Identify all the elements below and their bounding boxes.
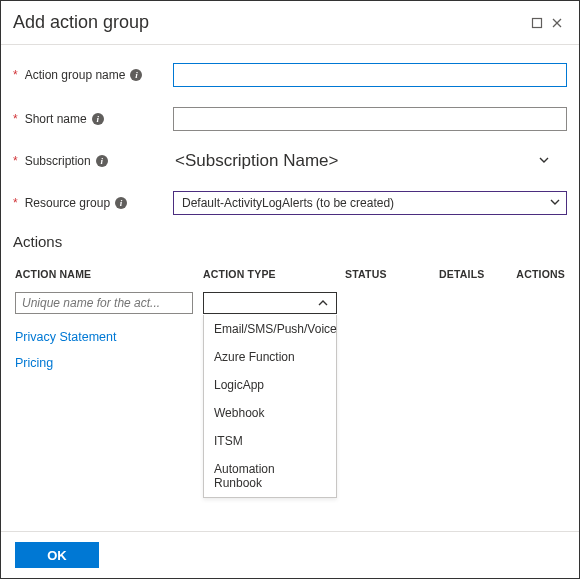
- row-subscription: * Subscription i <Subscription Name>: [13, 151, 567, 171]
- required-marker: *: [13, 154, 18, 168]
- table-row: Email/SMS/Push/Voice Azure Function Logi…: [1, 290, 579, 316]
- action-group-name-input[interactable]: [173, 63, 567, 87]
- label-text: Subscription: [25, 154, 91, 168]
- col-status: STATUS: [345, 268, 439, 280]
- dropdown-item[interactable]: Webhook: [204, 399, 336, 427]
- ok-button[interactable]: OK: [15, 542, 99, 568]
- dropdown-item[interactable]: Email/SMS/Push/Voice: [204, 315, 336, 343]
- col-details: DETAILS: [439, 268, 509, 280]
- label-subscription: * Subscription i: [13, 154, 173, 168]
- form-area: * Action group name i * Short name i * S…: [1, 45, 579, 229]
- info-icon[interactable]: i: [130, 69, 142, 81]
- col-action-name: ACTION NAME: [15, 268, 203, 280]
- label-short-name: * Short name i: [13, 112, 173, 126]
- dropdown-item[interactable]: Azure Function: [204, 343, 336, 371]
- svg-rect-0: [533, 18, 542, 27]
- resource-group-value: Default-ActivityLogAlerts (to be created…: [182, 196, 394, 210]
- close-icon[interactable]: [547, 8, 567, 38]
- row-action-group-name: * Action group name i: [13, 63, 567, 87]
- required-marker: *: [13, 196, 18, 210]
- action-type-select[interactable]: [203, 292, 337, 314]
- dropdown-item[interactable]: Automation Runbook: [204, 455, 336, 497]
- col-actions: ACTIONS: [509, 268, 565, 280]
- col-action-type: ACTION TYPE: [203, 268, 345, 280]
- dialog-title: Add action group: [13, 12, 527, 33]
- label-text: Short name: [25, 112, 87, 126]
- dropdown-item[interactable]: ITSM: [204, 427, 336, 455]
- label-text: Resource group: [25, 196, 110, 210]
- required-marker: *: [13, 68, 18, 82]
- required-marker: *: [13, 112, 18, 126]
- title-bar: Add action group: [1, 1, 579, 45]
- subscription-value: <Subscription Name>: [173, 151, 338, 170]
- info-icon[interactable]: i: [96, 155, 108, 167]
- label-resource-group: * Resource group i: [13, 196, 173, 210]
- action-type-dropdown: Email/SMS/Push/Voice Azure Function Logi…: [203, 315, 337, 498]
- dropdown-item[interactable]: LogicApp: [204, 371, 336, 399]
- row-resource-group: * Resource group i Default-ActivityLogAl…: [13, 191, 567, 215]
- row-short-name: * Short name i: [13, 107, 567, 131]
- subscription-select[interactable]: <Subscription Name>: [173, 151, 567, 171]
- actions-table-header: ACTION NAME ACTION TYPE STATUS DETAILS A…: [1, 254, 579, 290]
- actions-heading: Actions: [1, 229, 579, 254]
- resource-group-select[interactable]: Default-ActivityLogAlerts (to be created…: [173, 191, 567, 215]
- chevron-down-icon: [539, 154, 549, 168]
- chevron-down-icon: [550, 196, 560, 210]
- short-name-input[interactable]: [173, 107, 567, 131]
- action-name-input[interactable]: [15, 292, 193, 314]
- info-icon[interactable]: i: [115, 197, 127, 209]
- chevron-up-icon: [318, 296, 328, 311]
- label-action-group-name: * Action group name i: [13, 68, 173, 82]
- label-text: Action group name: [25, 68, 126, 82]
- info-icon[interactable]: i: [92, 113, 104, 125]
- footer: OK: [1, 531, 579, 578]
- restore-icon[interactable]: [527, 8, 547, 38]
